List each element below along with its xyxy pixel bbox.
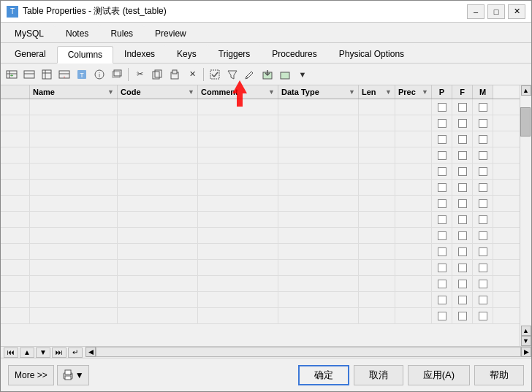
m-checkbox[interactable] — [479, 199, 487, 208]
cell-prec[interactable] — [395, 308, 432, 323]
col-prec[interactable]: Prec ▼ — [395, 85, 432, 99]
f-checkbox[interactable] — [458, 231, 467, 240]
table-row[interactable] — [1, 196, 520, 212]
table-row[interactable] — [1, 260, 520, 276]
cell-f[interactable] — [452, 147, 473, 163]
cell-m[interactable] — [473, 131, 493, 147]
cell-comment[interactable] — [198, 292, 278, 307]
cell-p[interactable] — [432, 164, 452, 179]
cell-datatype[interactable] — [278, 212, 359, 227]
cell-len[interactable] — [359, 164, 395, 179]
cell-prec[interactable] — [395, 131, 432, 147]
cell-prec[interactable] — [395, 147, 432, 163]
hscroll-left-arrow[interactable]: ◀ — [86, 347, 96, 357]
cell-m[interactable] — [473, 99, 493, 115]
cell-f[interactable] — [452, 228, 473, 243]
cell-comment[interactable] — [198, 276, 278, 291]
tab-mysql[interactable]: MySQL — [4, 25, 55, 42]
cell-name[interactable] — [30, 115, 118, 131]
table-row[interactable] — [1, 212, 520, 228]
cell-comment[interactable] — [198, 164, 278, 179]
tab-preview[interactable]: Preview — [144, 25, 197, 42]
cell-m[interactable] — [473, 196, 493, 211]
f-checkbox[interactable] — [458, 247, 467, 256]
cell-name[interactable] — [30, 99, 118, 115]
cell-datatype[interactable] — [278, 164, 359, 179]
cell-comment[interactable] — [198, 99, 278, 115]
tab-general[interactable]: General — [4, 45, 57, 63]
m-checkbox[interactable] — [479, 103, 487, 112]
cell-len[interactable] — [359, 147, 395, 163]
grid-body[interactable] — [1, 99, 520, 346]
tab-columns[interactable]: Columns — [57, 46, 113, 64]
cell-code[interactable] — [118, 228, 198, 243]
minimize-button[interactable]: – — [467, 4, 484, 19]
cell-comment[interactable] — [198, 147, 278, 163]
hscroll-track[interactable] — [96, 347, 521, 357]
cell-code[interactable] — [118, 260, 198, 275]
cell-datatype[interactable] — [278, 115, 359, 131]
p-checkbox[interactable] — [438, 119, 446, 128]
m-checkbox[interactable] — [479, 183, 487, 192]
cell-len[interactable] — [359, 244, 395, 259]
cell-len[interactable] — [359, 196, 395, 211]
f-checkbox[interactable] — [458, 135, 467, 144]
cell-p[interactable] — [432, 115, 452, 131]
move-first-button[interactable]: ⏮ — [4, 347, 18, 358]
cell-f[interactable] — [452, 260, 473, 275]
cell-code[interactable] — [118, 147, 198, 163]
cell-prec[interactable] — [395, 164, 432, 179]
cell-prec[interactable] — [395, 228, 432, 243]
cell-m[interactable] — [473, 276, 493, 291]
f-checkbox[interactable] — [458, 199, 467, 208]
cell-m[interactable] — [473, 228, 493, 243]
table-row[interactable] — [1, 292, 520, 308]
cell-datatype[interactable] — [278, 244, 359, 259]
cell-len[interactable] — [359, 115, 395, 131]
table-row[interactable] — [1, 164, 520, 180]
cell-name[interactable] — [30, 260, 118, 275]
cell-name[interactable] — [30, 164, 118, 179]
cell-f[interactable] — [452, 196, 473, 211]
cell-code[interactable] — [118, 131, 198, 147]
m-checkbox[interactable] — [479, 215, 487, 224]
tb-new-row[interactable]: + — [4, 66, 20, 82]
cell-name[interactable] — [30, 196, 118, 211]
cell-prec[interactable] — [395, 244, 432, 259]
cell-datatype[interactable] — [278, 308, 359, 323]
tab-physical[interactable]: Physical Options — [328, 45, 415, 63]
col-m[interactable]: M — [473, 85, 493, 99]
cell-f[interactable] — [452, 115, 473, 131]
cell-p[interactable] — [432, 196, 452, 211]
table-row[interactable] — [1, 180, 520, 196]
col-comment[interactable]: Comment ▼ — [198, 85, 278, 99]
cell-datatype[interactable] — [278, 196, 359, 211]
col-len[interactable]: Len ▼ — [359, 85, 395, 99]
close-button[interactable]: ✕ — [508, 4, 525, 19]
cell-p[interactable] — [432, 99, 452, 115]
cell-comment[interactable] — [198, 131, 278, 147]
cell-datatype[interactable] — [278, 131, 359, 147]
cell-m[interactable] — [473, 244, 493, 259]
cell-name[interactable] — [30, 147, 118, 163]
m-checkbox[interactable] — [479, 231, 487, 240]
p-checkbox[interactable] — [438, 296, 446, 304]
p-checkbox[interactable] — [438, 312, 446, 320]
cell-m[interactable] — [473, 212, 493, 227]
f-checkbox[interactable] — [458, 280, 467, 288]
m-checkbox[interactable] — [479, 151, 487, 160]
table-row[interactable] — [1, 131, 520, 147]
confirm-button[interactable]: 确定 — [298, 365, 349, 385]
col-datatype[interactable]: Data Type ▼ — [278, 85, 359, 99]
cell-code[interactable] — [118, 99, 198, 115]
f-checkbox[interactable] — [458, 215, 467, 224]
cell-name[interactable] — [30, 180, 118, 195]
cell-p[interactable] — [432, 276, 452, 291]
help-button[interactable]: 帮助 — [474, 365, 524, 385]
cell-p[interactable] — [432, 228, 452, 243]
p-checkbox[interactable] — [438, 231, 446, 240]
m-checkbox[interactable] — [479, 264, 487, 272]
cell-code[interactable] — [118, 244, 198, 259]
cell-comment[interactable] — [198, 196, 278, 211]
scroll-thumb[interactable] — [520, 107, 531, 137]
